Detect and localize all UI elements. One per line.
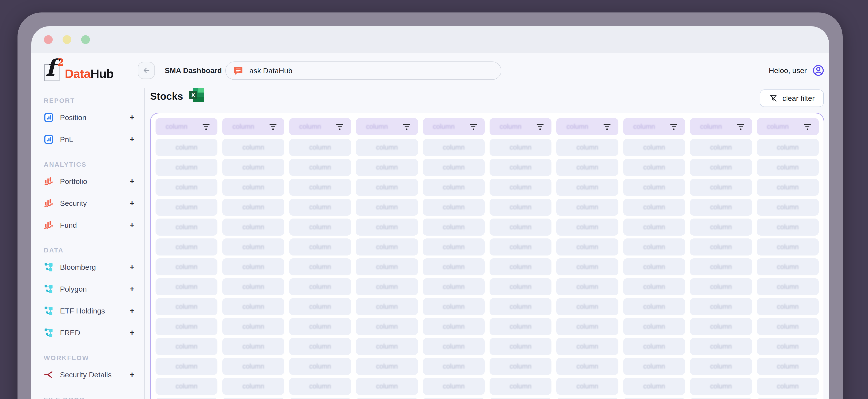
table-cell[interactable]: column (423, 198, 485, 216)
table-cell[interactable]: column (690, 358, 752, 375)
table-cell[interactable]: column (356, 139, 418, 156)
filter-icon[interactable] (602, 122, 612, 131)
table-cell[interactable]: column (423, 318, 485, 335)
expand-plus-icon[interactable]: + (130, 114, 134, 121)
table-cell[interactable]: column (222, 298, 284, 315)
table-cell[interactable]: column (690, 198, 752, 216)
sidebar-item-portfolio[interactable]: Portfolio+ (31, 171, 144, 192)
column-header[interactable]: column (623, 118, 685, 135)
table-cell[interactable]: column (222, 398, 284, 399)
table-cell[interactable]: column (690, 239, 752, 255)
expand-plus-icon[interactable]: + (130, 371, 134, 379)
filter-icon[interactable] (469, 122, 478, 131)
sidebar-item-polygon[interactable]: Polygon+ (31, 278, 144, 300)
table-cell[interactable]: column (556, 258, 618, 275)
expand-plus-icon[interactable]: + (130, 221, 134, 229)
table-cell[interactable]: column (222, 338, 284, 355)
table-cell[interactable]: column (690, 378, 752, 395)
table-cell[interactable]: column (222, 258, 284, 275)
filter-icon[interactable] (803, 122, 812, 131)
table-cell[interactable]: column (556, 198, 618, 216)
table-cell[interactable]: column (623, 338, 685, 355)
table-cell[interactable]: column (556, 179, 618, 196)
table-cell[interactable]: column (289, 258, 351, 275)
table-cell[interactable]: column (222, 139, 284, 156)
table-cell[interactable]: column (623, 198, 685, 216)
table-cell[interactable]: column (490, 398, 552, 399)
table-cell[interactable]: column (356, 159, 418, 176)
sidebar-item-fred[interactable]: FRED+ (31, 322, 144, 344)
table-cell[interactable]: column (356, 218, 418, 236)
table-cell[interactable]: column (356, 179, 418, 196)
table-cell[interactable]: column (623, 159, 685, 176)
table-cell[interactable]: column (490, 358, 552, 375)
table-cell[interactable]: column (423, 338, 485, 355)
sidebar-item-bloomberg[interactable]: Bloomberg+ (31, 256, 144, 278)
table-cell[interactable]: column (623, 239, 685, 255)
column-header[interactable]: column (490, 118, 552, 135)
table-cell[interactable]: column (623, 278, 685, 295)
table-cell[interactable]: column (289, 239, 351, 255)
table-cell[interactable]: column (623, 258, 685, 275)
column-header[interactable]: column (690, 118, 752, 135)
column-header[interactable]: column (289, 118, 351, 135)
table-cell[interactable]: column (690, 338, 752, 355)
table-cell[interactable]: column (423, 179, 485, 196)
table-cell[interactable]: column (490, 179, 552, 196)
table-cell[interactable]: column (156, 358, 217, 375)
column-header[interactable]: column (156, 118, 217, 135)
table-cell[interactable]: column (156, 298, 217, 315)
table-cell[interactable]: column (757, 218, 819, 236)
column-header[interactable]: column (757, 118, 819, 135)
table-cell[interactable]: column (222, 239, 284, 255)
table-cell[interactable]: column (156, 378, 217, 395)
table-cell[interactable]: column (356, 298, 418, 315)
column-header[interactable]: column (356, 118, 418, 135)
table-cell[interactable]: column (356, 258, 418, 275)
sidebar-item-position[interactable]: Position+ (31, 106, 144, 128)
table-cell[interactable]: column (556, 159, 618, 176)
table-cell[interactable]: column (423, 139, 485, 156)
table-cell[interactable]: column (623, 218, 685, 236)
table-cell[interactable]: column (556, 139, 618, 156)
table-cell[interactable]: column (156, 239, 217, 255)
table-cell[interactable]: column (757, 338, 819, 355)
filter-icon[interactable] (736, 122, 745, 131)
minimize-window-button[interactable] (63, 35, 71, 44)
table-cell[interactable]: column (222, 318, 284, 335)
table-cell[interactable]: column (156, 258, 217, 275)
table-cell[interactable]: column (356, 378, 418, 395)
user-avatar-icon[interactable] (812, 64, 825, 77)
table-cell[interactable]: column (222, 159, 284, 176)
table-cell[interactable]: column (289, 318, 351, 335)
table-cell[interactable]: column (490, 298, 552, 315)
table-cell[interactable]: column (423, 398, 485, 399)
table-cell[interactable]: column (757, 398, 819, 399)
table-cell[interactable]: column (556, 378, 618, 395)
table-cell[interactable]: column (690, 218, 752, 236)
table-cell[interactable]: column (423, 378, 485, 395)
table-cell[interactable]: column (490, 278, 552, 295)
table-cell[interactable]: column (156, 198, 217, 216)
table-cell[interactable]: column (423, 258, 485, 275)
table-cell[interactable]: column (757, 358, 819, 375)
table-cell[interactable]: column (423, 159, 485, 176)
filter-icon[interactable] (335, 122, 344, 131)
table-cell[interactable]: column (289, 338, 351, 355)
table-cell[interactable]: column (289, 398, 351, 399)
expand-plus-icon[interactable]: + (130, 285, 134, 293)
table-cell[interactable]: column (490, 218, 552, 236)
table-cell[interactable]: column (356, 278, 418, 295)
column-header[interactable]: column (556, 118, 618, 135)
table-cell[interactable]: column (156, 179, 217, 196)
table-cell[interactable]: column (490, 159, 552, 176)
expand-plus-icon[interactable]: + (130, 199, 134, 207)
sidebar-item-pnl[interactable]: PnL+ (31, 128, 144, 150)
table-cell[interactable]: column (222, 358, 284, 375)
table-cell[interactable]: column (156, 318, 217, 335)
table-cell[interactable]: column (156, 278, 217, 295)
table-cell[interactable]: column (690, 398, 752, 399)
table-cell[interactable]: column (623, 318, 685, 335)
expand-plus-icon[interactable]: + (130, 307, 134, 315)
table-cell[interactable]: column (222, 278, 284, 295)
